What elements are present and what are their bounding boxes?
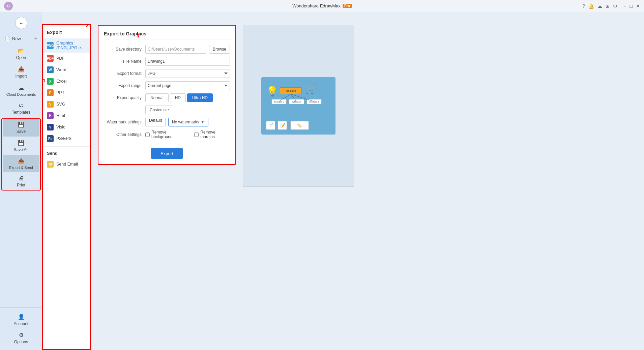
sidebar-item-account[interactable]: 👤 Account: [1, 311, 41, 329]
sidebar-item-save[interactable]: 💾 Save: [3, 119, 39, 137]
help-icon[interactable]: ?: [583, 3, 585, 9]
settings-icon[interactable]: ⚙: [613, 3, 617, 9]
sidebar-item-open[interactable]: 📂 Open: [1, 45, 41, 63]
export-item-svg[interactable]: S SVG: [42, 98, 91, 110]
sidebar-label-cloud: Cloud Documents: [6, 92, 36, 96]
sidebar-label-templates: Templates: [12, 110, 30, 115]
layout-icon[interactable]: ⊞: [606, 3, 610, 9]
export-format-select[interactable]: JPG PNG BMP TIFF: [145, 69, 230, 78]
doc-icon-1: 📄: [266, 121, 275, 130]
export-item-ps[interactable]: Ps PS/EPS: [42, 133, 91, 144]
export-label-html: Html: [56, 113, 65, 118]
export-item-ppt[interactable]: P PPT: [42, 87, 91, 98]
close-button[interactable]: ✕: [636, 3, 640, 9]
file-name-row: File Name:: [104, 57, 230, 66]
restore-button[interactable]: □: [630, 3, 633, 9]
quality-hd-btn[interactable]: HD: [170, 93, 186, 102]
export-button[interactable]: Export: [151, 148, 183, 159]
export-range-select[interactable]: Current page All pages Custom: [145, 81, 230, 90]
sidebar-item-label-new: New: [12, 36, 21, 41]
watermark-no-watermarks[interactable]: No watermarks ▼: [168, 118, 208, 126]
ps-icon: Ps: [47, 135, 54, 142]
sidebar-item-options[interactable]: ⚙ Options: [1, 329, 41, 347]
remove-margins-checkbox[interactable]: [194, 133, 199, 137]
cloud-docs-icon: ☁: [19, 85, 24, 91]
main-area: ← 📄 New + 📂 Open 📥 Import ☁ Cloud Docume…: [0, 12, 644, 350]
diagram-preview: 💡 Main Idea 🛒 Subtopic 1 Subtopic 2 Subt…: [261, 77, 335, 135]
export-range-row: Export range: Current page All pages Cus…: [104, 81, 230, 90]
step-1-label: 1.: [43, 78, 47, 83]
quality-group: Normal HD Ultra HD: [145, 93, 230, 102]
svg-icon: S: [47, 101, 54, 108]
export-label-svg: SVG: [56, 102, 65, 107]
saveas-icon: 💾: [18, 140, 25, 146]
notification-icon[interactable]: 🔔: [588, 3, 594, 9]
png-icon: PNG: [47, 42, 54, 49]
save-icon: 💾: [18, 121, 25, 128]
export-item-email[interactable]: ✉ Send Email: [42, 158, 91, 170]
window-controls[interactable]: U: [4, 2, 13, 10]
step-2-label: 2.: [86, 23, 90, 28]
word-icon: W: [47, 66, 54, 73]
save-directory-input[interactable]: [145, 45, 206, 54]
sidebar: ← 📄 New + 📂 Open 📥 Import ☁ Cloud Docume…: [0, 12, 42, 350]
watermark-label: Watermark settings:: [104, 120, 143, 124]
export-panel-title: Export: [42, 28, 91, 38]
file-name-label: File Name:: [104, 59, 143, 64]
customize-button[interactable]: Customize: [145, 106, 173, 114]
cloud-icon[interactable]: ☁: [597, 3, 602, 9]
pdf-icon: PDF: [47, 55, 54, 62]
step-3-label: 3.: [137, 33, 141, 38]
sidebar-item-templates[interactable]: 🗂 Templates: [1, 100, 41, 117]
browse-button[interactable]: Browse: [209, 45, 230, 54]
watermark-row: Watermark settings: Default No watermark…: [104, 118, 230, 126]
other-settings-row: Other settings: Remove background Remove…: [104, 130, 230, 139]
other-settings-label: Other settings:: [104, 132, 143, 137]
checkbox-row: Remove background Remove margins: [145, 130, 230, 139]
sidebar-label-import: Import: [15, 74, 27, 79]
export-item-graphics[interactable]: PNG Graphics (PNG, JPG e...: [42, 38, 91, 53]
watermark-group: Default No watermarks ▼: [145, 118, 230, 126]
export-range-label: Export range:: [104, 83, 143, 88]
file-name-input[interactable]: [145, 57, 230, 66]
sidebar-item-new[interactable]: 📄 New +: [1, 33, 41, 44]
quality-ultrahd-btn[interactable]: Ultra HD: [187, 93, 213, 102]
options-icon: ⚙: [19, 332, 24, 338]
export-icon: 📤: [18, 158, 25, 164]
export-panel: Export PNG Graphics (PNG, JPG e... PDF P…: [42, 24, 91, 350]
export-label-email: Send Email: [56, 162, 78, 167]
sidebar-label-open: Open: [16, 55, 26, 60]
titlebar-right-icons[interactable]: ? 🔔 ☁ ⊞ ⚙ − □ ✕: [583, 3, 640, 9]
remove-background-option[interactable]: Remove background: [145, 130, 187, 139]
back-button[interactable]: ←: [15, 17, 27, 29]
minimize-button[interactable]: −: [623, 3, 626, 9]
visio-icon: V: [47, 124, 54, 130]
export-quality-row: Export quality: Normal HD Ultra HD: [104, 93, 230, 102]
export-item-excel[interactable]: X Excel: [42, 76, 91, 87]
export-dialog: Export to Graphics Save directory: Brows…: [98, 25, 236, 165]
account-icon: 👤: [18, 314, 25, 320]
export-item-html[interactable]: H Html: [42, 110, 91, 121]
export-format-row: Export format: JPG PNG BMP TIFF: [104, 69, 230, 78]
sidebar-item-cloud[interactable]: ☁ Cloud Documents: [1, 82, 41, 99]
remove-background-checkbox[interactable]: [145, 133, 150, 137]
sidebar-label-account: Account: [14, 321, 28, 326]
remove-margins-option[interactable]: Remove margins: [194, 130, 230, 139]
export-item-word[interactable]: W Word: [42, 64, 91, 76]
sidebar-item-import[interactable]: 📥 Import: [1, 63, 41, 81]
titlebar: U Wondershare EdrawMax Pro ? 🔔 ☁ ⊞ ⚙ − □…: [0, 0, 644, 12]
templates-icon: 🗂: [19, 103, 24, 109]
quality-normal-btn[interactable]: Normal: [145, 93, 169, 102]
sidebar-label-print: Print: [17, 183, 25, 187]
sidebar-item-print[interactable]: 🖨 Print: [3, 173, 39, 190]
customize-row: Customize: [104, 106, 230, 114]
back-icon: ←: [19, 21, 23, 26]
dialog-area: Export to Graphics Save directory: Brows…: [91, 12, 644, 350]
print-icon: 🖨: [19, 175, 24, 181]
sidebar-item-saveas[interactable]: 💾 Save As: [3, 137, 39, 155]
sidebar-item-export[interactable]: 📤 Export & Send: [3, 155, 39, 172]
export-item-pdf[interactable]: PDF PDF: [42, 53, 91, 64]
export-item-visio[interactable]: V Visio: [42, 121, 91, 133]
email-icon: ✉: [47, 161, 54, 168]
add-icon[interactable]: +: [34, 35, 37, 41]
